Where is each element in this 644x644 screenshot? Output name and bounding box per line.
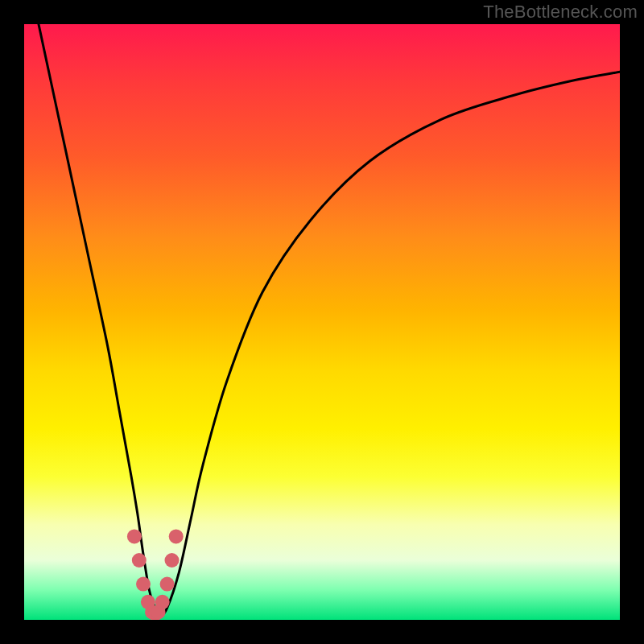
chart-frame: TheBottleneck.com [0,0,644,644]
marker-dot [127,529,142,543]
marker-dot [169,529,184,543]
curve-layer [24,24,620,620]
marker-dot [136,577,151,592]
marker-group [127,529,184,620]
watermark-text: TheBottleneck.com [483,2,638,23]
marker-dot [165,553,180,568]
marker-dot [160,577,175,592]
plot-area [24,24,620,620]
marker-dot [155,595,170,609]
marker-dot [132,553,147,568]
bottleneck-curve [36,24,620,614]
